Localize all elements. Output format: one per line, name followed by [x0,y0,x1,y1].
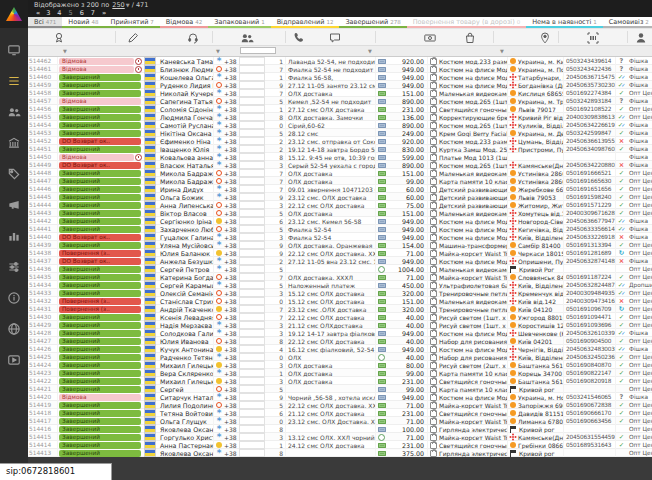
order-row[interactable]: 514420ВідмоваСитарчук Наталія Гр.*+389Чо… [28,393,652,401]
order-row[interactable]: 514431Повернення (з..Андрій Ткаченко+387… [28,305,652,313]
order-row[interactable]: 514429ЗавершенийНадія Мерзаєва*+38321.12… [28,321,652,329]
order-row[interactable]: 514427ЗавершенийЮлия Иванова+38822.12 см… [28,337,652,345]
order-row[interactable]: 514461ВідмоваБлизнюк Людмила ..+387Фиалк… [28,65,652,73]
tab-Нема в наявності[interactable]: Нема в наявності1 [526,17,603,28]
order-row[interactable]: 514439ЗавершенийУляна Мусійовська*+389ОЛ… [28,241,652,249]
order-row[interactable]: 514421ЗавершенийСергей+38599.00Карта пам… [28,385,652,393]
status-info-icon[interactable] [135,154,142,161]
reports-icon[interactable] [5,227,23,245]
manager-person-icon[interactable] [634,30,648,44]
order-row[interactable]: 514430ЗавершенийКсенія Левадняя+38722.12… [28,313,652,321]
order-row[interactable]: 514438Повернення (з..Юлия Баланюк+38922.… [28,249,652,257]
first-page-button[interactable]: « [36,9,39,17]
per-page-select[interactable]: 250 [112,1,124,9]
page-number[interactable]: 5 [68,9,72,17]
order-row[interactable]: 514415ЗавершенийГоргулько Христина.*+383… [28,433,652,441]
order-row[interactable]: 514451ЗавершенийІващенко Юлія*+38219.12 … [28,145,652,153]
tab-Відмова[interactable]: Відмова42 [160,17,208,28]
tab-Прийнятий[interactable]: Прийнятий7 [105,17,160,28]
last-page-button[interactable]: » [102,9,105,17]
comment-chat-icon[interactable] [328,30,342,44]
order-row[interactable]: 514443ЗавершенийВіктор Власов+385ОЛХ дос… [28,209,652,217]
order-row[interactable]: 514440DO Возврат ок..Гуцалюк Галина*+383… [28,233,652,241]
order-row[interactable]: 514458ЗавершенийНиколай Кучеренко*+387ОЛ… [28,89,652,97]
filter-dropdown-caret[interactable]: ▼ [500,48,504,54]
app-logo[interactable] [0,0,28,28]
tab-Запакований[interactable]: Запакований1 [208,17,270,28]
settings-icon[interactable] [5,258,23,276]
order-row[interactable]: 514426ЗавершенийКучук Антонина+38416.12 … [28,345,652,353]
edit-status-icon[interactable] [126,30,140,44]
order-row[interactable]: 514422ЗавершенийМихаил Гилецький+383ОЛХ … [28,377,652,385]
order-row[interactable]: 514418ЗавершенийТетяна Войтович*+38621.1… [28,409,652,417]
client-users-icon[interactable] [240,30,254,44]
tab-Завершений[interactable]: Завершений278 [339,17,406,28]
dashboard-icon[interactable] [5,41,23,59]
order-row[interactable]: 514450ВідмоваКовальова анна*+38815.12. 9… [28,153,652,161]
order-row[interactable]: 514425ЗавершенийРадченко Тетяна*+380ОЛХ4… [28,353,652,361]
order-row[interactable]: 514456ЗавершенийСоломія Сідоніна*+38127.… [28,105,652,113]
integrations-icon[interactable] [5,320,23,338]
order-row[interactable]: 514433ЗавершенийОлексій Семанін+38315.12… [28,289,652,297]
order-row[interactable]: 514441ЗавершенийЗахарченко Люба+385Фиалк… [28,225,652,233]
order-row[interactable]: 514434ЗавершенийСергей Карамышев*+385Нал… [28,281,652,289]
prism-logo-icon [6,7,22,21]
phone-filter-input[interactable] [240,47,276,54]
filter-dropdown-caret[interactable]: ▼ [216,48,220,54]
order-row[interactable]: 514447ЗавершенийМикола Бадражан+387ОЛХ д… [28,177,652,185]
order-row[interactable]: 514436ЗавершенийСергей Петров*+3851004.0… [28,265,652,273]
status-ribbon-icon[interactable] [52,30,66,44]
order-row[interactable]: 514417ЗавершенийОльга Глущук*+38023.12 с… [28,417,652,425]
order-row[interactable]: 514435ЗавершенийКатерина Богданова+387ОЛ… [28,273,652,281]
warehouse-icon[interactable] [5,134,23,152]
order-row[interactable]: 514413ЗавершенийЯковлева Оксана*+388375.… [28,449,652,457]
tracking-barcode-icon[interactable] [586,30,600,44]
order-row[interactable]: 514428ЗавершенийСолодкова Галина В.*+383… [28,329,652,337]
status-info-icon[interactable] [135,66,142,73]
order-row[interactable]: 514459ЗавершенийРуденко Лидия Пав..+3892… [28,81,652,89]
page-number[interactable]: 6 [80,9,84,17]
order-row[interactable]: 514454ЗавершенийСамотій Руслана Во..*+38… [28,121,652,129]
products-icon[interactable] [5,165,23,183]
order-row[interactable]: 514448ЗавершенийМикола Бадражан+387ОЛХ д… [28,169,652,177]
clients-icon[interactable] [5,103,23,121]
order-row[interactable]: 514444ЗавершенийАнна Липенська+38322.12 … [28,201,652,209]
orders-icon[interactable] [5,72,23,90]
order-row[interactable]: 514460ЗавершенийКошелева Ольга Ар..*+381… [28,73,652,81]
order-row[interactable]: 514453ЗавершенийНікітіна Оксана Дми..*+3… [28,129,652,137]
order-row[interactable]: 514462ВідмоваКаневська Тамара ..*+381Лав… [28,57,652,65]
order-row[interactable]: 514419ЗавершенийЛилия Подолинская+38522.… [28,401,652,409]
order-row[interactable]: 514449DO Возврат ок..Власюк Наталья*+383… [28,161,652,169]
order-row[interactable]: 514416ЗавершенийЯковлева Оксана*+388100.… [28,425,652,433]
filter-dropdown-caret[interactable]: ▼ [63,48,67,54]
order-row[interactable]: 514452DO Возврат ок..Єфименко Ніна*+3822… [28,137,652,145]
tab-Всі[interactable]: Всі471 [28,17,62,28]
status-info-icon[interactable] [135,58,142,65]
page-number[interactable]: 7 [91,9,95,17]
page-number[interactable]: 3 [46,9,50,17]
order-row[interactable]: 514424ЗавершенийМихаил Гилецький+383ОЛХ … [28,361,652,369]
order-row[interactable]: 514437DO Возврат ок..Анжела Безушку*+382… [28,257,652,265]
location-pin-icon[interactable] [538,30,552,44]
order-row[interactable]: 514423ЗавершенийВера Скляренко*+381ОЛХ д… [28,369,652,377]
info-icon[interactable] [5,289,23,307]
tab-Повернення товару (в дорозі)[interactable]: Повернення товару (в дорозі)0 [407,17,526,28]
phone-icon[interactable] [291,30,305,44]
tab-Відправлений[interactable]: Відправлений12 [271,17,340,28]
marketing-icon[interactable] [5,196,23,214]
product-bag-icon[interactable] [463,30,477,44]
order-row[interactable]: 514457ВідмоваСапегина Татьяна С..+385Кем… [28,97,652,105]
tab-Новий[interactable]: Новий48 [62,17,104,28]
order-row[interactable]: 514414ЗавершенийАнна Пастернак+38124.12 … [28,441,652,449]
order-row[interactable]: 514432Повернення (з..Станіслав Стрижак+3… [28,297,652,305]
money-icon[interactable] [423,30,437,44]
filter-dropdown-caret[interactable]: ▼ [368,48,372,54]
video-help-icon[interactable] [5,351,23,369]
tab-Самовивіз[interactable]: Самовивіз2 [603,17,652,28]
order-row[interactable]: 514445ЗавершенийОльга Божик*+38923.12 см… [28,193,652,201]
page-number[interactable]: 4 [57,9,61,17]
order-row[interactable]: 514455ЗавершенийЛюдмила Гончарова*+388ОЛ… [28,113,652,121]
order-row[interactable]: 514446ЗавершенийИрина Дидух*+38709.01 зв… [28,185,652,193]
order-row[interactable]: 514442ЗавершенийСергіюнко Іріна Ми..+386… [28,217,652,225]
operator-headset-icon[interactable] [186,30,200,44]
